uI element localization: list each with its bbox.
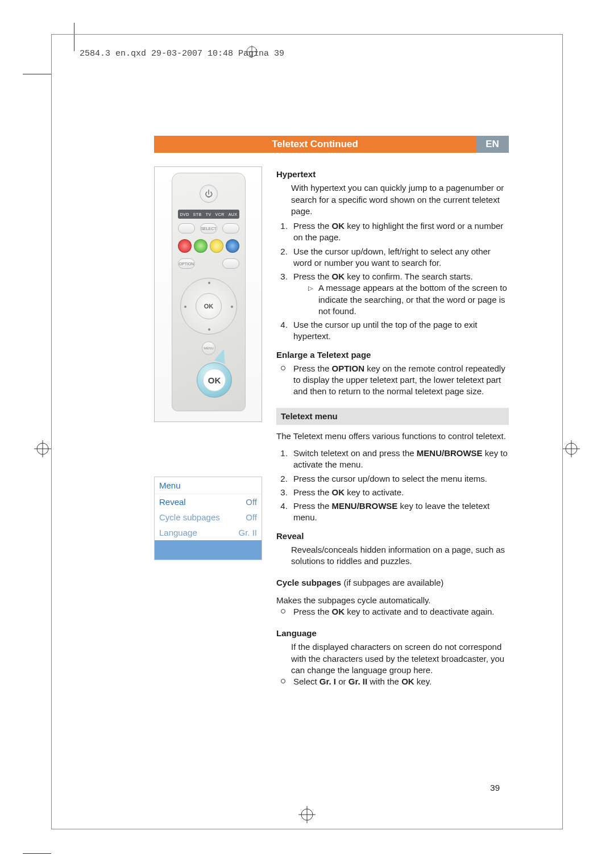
- heading-cycle: Cycle subpages (if subpages are availabl…: [276, 577, 509, 589]
- menu-row-language: Language Gr. II: [155, 525, 262, 540]
- device-tv: TV: [206, 212, 211, 216]
- page-title: Teletext Continued: [154, 136, 476, 153]
- ok-callout-bubble: OK: [197, 362, 232, 398]
- remote-illustration: ⏻ DVD STB TV VCR AUX SELECT OPTION: [154, 166, 262, 422]
- language-badge: EN: [476, 136, 509, 153]
- green-button-icon: [194, 239, 208, 253]
- heading-hypertext: Hypertext: [276, 169, 509, 180]
- crop-mark: [23, 853, 51, 854]
- bullet-item: Select Gr. I or Gr. II with the OK key.: [276, 676, 509, 687]
- nav-right-icon: [231, 306, 233, 308]
- bullet-text: Select Gr. I or Gr. II with the OK key.: [293, 676, 432, 687]
- heading-language: Language: [276, 628, 509, 639]
- row-buttons-1: SELECT: [178, 223, 239, 233]
- step-item: Use the cursor up/down, left/right to se…: [290, 246, 509, 269]
- menu-panel-footer: [155, 540, 262, 560]
- menu-row-value: Off: [246, 512, 257, 522]
- ok-callout-label: OK: [203, 369, 226, 391]
- color-buttons-row: [178, 239, 239, 253]
- step-item: Press the OK key to activate.: [290, 487, 509, 498]
- bullet-icon: [281, 366, 285, 370]
- bullet-item: Press the OK key to activate and to deac…: [276, 606, 509, 617]
- title-bar: Teletext Continued EN: [154, 136, 509, 153]
- nav-ring: OK: [180, 278, 237, 335]
- device-vcr: VCR: [215, 212, 224, 216]
- triangle-icon: ▷: [308, 282, 313, 317]
- heading-reveal: Reveal: [276, 531, 509, 542]
- step-item: Switch teletext on and press the MENU/BR…: [290, 448, 509, 471]
- yellow-button-icon: [210, 239, 223, 253]
- device-dvd: DVD: [180, 212, 189, 216]
- nav-up-icon: [208, 282, 210, 284]
- menu-row-reveal: Reveal Off: [155, 494, 262, 510]
- menu-row-label: Language: [159, 528, 197, 537]
- bullet-text: Press the OPTION key on the remote contr…: [293, 363, 509, 398]
- page-number: 39: [490, 783, 500, 792]
- main-content: Hypertext With hypertext you can quickly…: [276, 166, 509, 687]
- teletext-menu-panel: Menu Reveal Off Cycle subpages Off Langu…: [154, 477, 262, 560]
- menu-panel-title: Menu: [155, 477, 262, 494]
- substep: ▷ A message appears at the bottom of the…: [293, 282, 509, 317]
- nav-down-icon: [208, 328, 210, 331]
- bullet-icon: [281, 609, 285, 614]
- step-item: Press the MENU/BROWSE key to leave the t…: [290, 500, 509, 524]
- device-stb: STB: [193, 212, 202, 216]
- step-item: Press the cursor up/down to select the m…: [290, 473, 509, 485]
- heading-enlarge: Enlarge a Teletext page: [276, 349, 509, 361]
- language-text: If the displayed characters on screen do…: [276, 641, 509, 676]
- section-bar-teletext-menu: Teletext menu: [276, 408, 509, 425]
- menu-row-label: Cycle subpages: [159, 512, 220, 522]
- step-item: Press the OK key to highlight the first …: [290, 220, 509, 244]
- reveal-text: Reveals/conceals hidden information on a…: [276, 544, 509, 567]
- menu-row-value: Off: [246, 497, 257, 507]
- bullet-item: Press the OPTION key on the remote contr…: [276, 363, 509, 398]
- pill-button: [178, 223, 195, 233]
- step-item: Use the cursor up until the top of the p…: [290, 319, 509, 343]
- registration-mark-right: [563, 440, 580, 460]
- teletext-menu-intro: The Teletext menu offers various functio…: [276, 431, 509, 442]
- page-frame: Teletext Continued EN ⏻ DVD STB TV VCR A…: [51, 34, 563, 829]
- cycle-text: Makes the subpages cycle automatically.: [276, 595, 509, 606]
- registration-mark-bottom: [298, 806, 316, 823]
- crop-mark: [23, 74, 51, 74]
- menu-row-value: Gr. II: [238, 528, 257, 537]
- teletext-menu-steps: Switch teletext on and press the MENU/BR…: [276, 448, 509, 524]
- device-aux: AUX: [229, 212, 238, 216]
- ok-callout: OK: [197, 357, 242, 402]
- pill-button: [222, 258, 239, 269]
- step-item: Press the OK key to confirm. The search …: [290, 271, 509, 317]
- blue-button-icon: [226, 239, 239, 253]
- substep-text: A message appears at the bottom of the s…: [318, 282, 509, 317]
- menu-row-cycle: Cycle subpages Off: [155, 510, 262, 525]
- row-buttons-2: OPTION: [178, 258, 239, 269]
- red-button-icon: [178, 239, 192, 253]
- power-icon: ⏻: [200, 185, 218, 203]
- bullet-text: Press the OK key to activate and to deac…: [293, 606, 495, 617]
- hypertext-intro: With hypertext you can quickly jump to a…: [276, 182, 509, 217]
- hypertext-steps: Press the OK key to highlight the first …: [276, 220, 509, 343]
- select-button: SELECT: [200, 223, 217, 233]
- registration-mark-left: [34, 440, 51, 460]
- menu-button: MENU: [202, 341, 215, 355]
- ok-button: OK: [196, 293, 222, 319]
- device-selector-bar: DVD STB TV VCR AUX: [178, 210, 239, 219]
- option-button: OPTION: [178, 258, 195, 269]
- nav-left-icon: [184, 306, 186, 308]
- menu-row-label: Reveal: [159, 497, 186, 507]
- bullet-icon: [281, 679, 285, 683]
- pill-button: [222, 223, 239, 233]
